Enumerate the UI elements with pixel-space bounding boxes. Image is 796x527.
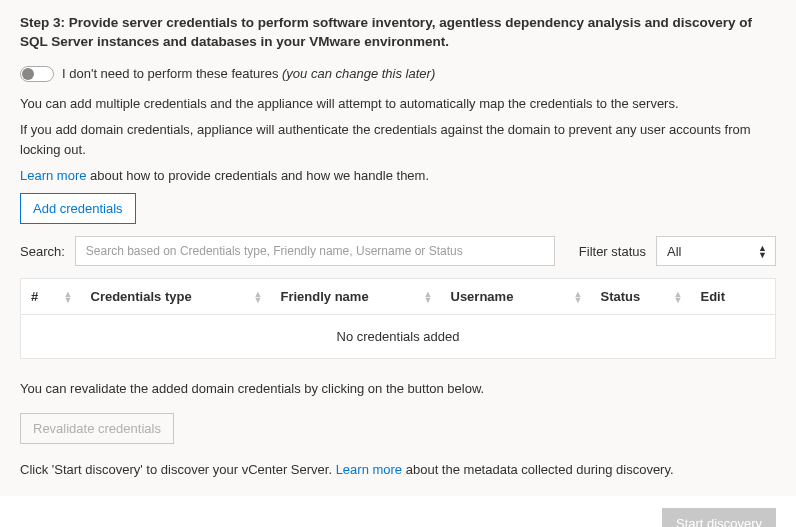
skip-features-label: I don't need to perform these features (… [62, 66, 435, 81]
col-friendly-name-label: Friendly name [281, 289, 369, 304]
skip-features-label-note: (you can change this later) [282, 66, 435, 81]
col-number-label: # [31, 289, 38, 304]
start-discovery-pre: Click 'Start discovery' to discover your… [20, 462, 336, 477]
step-title: Step 3: Provide server credentials to pe… [20, 14, 776, 52]
col-status[interactable]: Status ▲▼ [591, 279, 691, 315]
credentials-table: # ▲▼ Credentials type ▲▼ Friendly name ▲… [20, 278, 776, 359]
sort-icon: ▲▼ [64, 290, 73, 303]
col-edit: Edit [691, 279, 776, 315]
search-label: Search: [20, 244, 65, 259]
search-filter-row: Search: Filter status All ▲▼ [20, 236, 776, 266]
revalidate-credentials-button: Revalidate credentials [20, 413, 174, 444]
skip-features-toggle[interactable] [20, 66, 54, 82]
sort-icon: ▲▼ [674, 290, 683, 303]
table-empty-row: No credentials added [21, 315, 776, 359]
filter-status-label: Filter status [579, 244, 646, 259]
learn-more-discovery-link[interactable]: Learn more [336, 462, 402, 477]
start-discovery-button[interactable]: Start discovery [662, 508, 776, 527]
sort-icon: ▲▼ [574, 290, 583, 303]
add-credentials-button[interactable]: Add credentials [20, 193, 136, 224]
updown-icon: ▲▼ [758, 245, 767, 258]
info-para-2: If you add domain credentials, appliance… [20, 120, 776, 160]
col-edit-label: Edit [701, 289, 726, 304]
sort-icon: ▲▼ [254, 290, 263, 303]
col-friendly-name[interactable]: Friendly name ▲▼ [271, 279, 441, 315]
revalidate-section: You can revalidate the added domain cred… [20, 379, 776, 460]
info-para-1: You can add multiple credentials and the… [20, 94, 776, 114]
no-credentials-text: No credentials added [21, 315, 776, 359]
col-credentials-type-label: Credentials type [91, 289, 192, 304]
table-header-row: # ▲▼ Credentials type ▲▼ Friendly name ▲… [21, 279, 776, 315]
start-discovery-text: Click 'Start discovery' to discover your… [20, 460, 776, 480]
step3-panel: Step 3: Provide server credentials to pe… [0, 0, 796, 496]
revalidate-text: You can revalidate the added domain cred… [20, 379, 776, 399]
footer-bar: Start discovery [0, 496, 796, 527]
sort-icon: ▲▼ [424, 290, 433, 303]
learn-more-credentials-rest: about how to provide credentials and how… [86, 168, 429, 183]
col-status-label: Status [601, 289, 641, 304]
learn-more-credentials-link[interactable]: Learn more [20, 168, 86, 183]
search-input[interactable] [75, 236, 555, 266]
skip-features-label-main: I don't need to perform these features [62, 66, 282, 81]
start-discovery-post: about the metadata collected during disc… [402, 462, 673, 477]
filter-status-selected: All [667, 244, 681, 259]
filter-status-select[interactable]: All ▲▼ [656, 236, 776, 266]
col-username[interactable]: Username ▲▼ [441, 279, 591, 315]
col-number[interactable]: # ▲▼ [21, 279, 81, 315]
skip-features-row: I don't need to perform these features (… [20, 66, 776, 82]
col-credentials-type[interactable]: Credentials type ▲▼ [81, 279, 271, 315]
col-username-label: Username [451, 289, 514, 304]
learn-more-row: Learn more about how to provide credenti… [20, 168, 776, 183]
